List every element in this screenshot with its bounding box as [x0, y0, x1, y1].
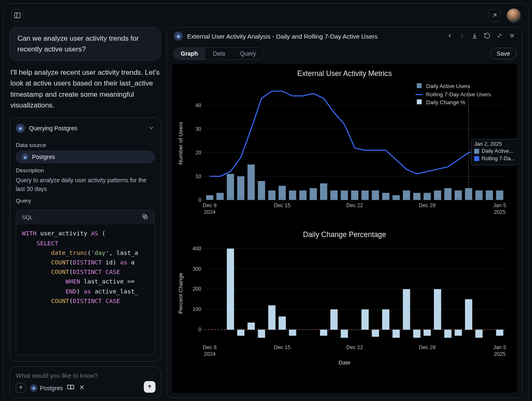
- svg-text:2025: 2025: [494, 351, 505, 357]
- svg-text:0: 0: [198, 327, 201, 333]
- download-icon[interactable]: [471, 32, 478, 40]
- tab-graph[interactable]: Graph: [173, 48, 205, 59]
- sql-code: WITH user_activity AS ( SELECT date_trun…: [16, 225, 154, 355]
- description-label: Description: [16, 167, 155, 174]
- svg-text:0: 0: [198, 197, 201, 203]
- svg-text:40: 40: [195, 103, 201, 108]
- svg-text:Daily Active Users: Daily Active Users: [426, 83, 470, 89]
- svg-rect-116: [496, 330, 503, 336]
- svg-rect-24: [206, 195, 213, 200]
- svg-rect-107: [403, 289, 410, 330]
- svg-text:30: 30: [195, 126, 201, 132]
- close-icon[interactable]: [79, 384, 85, 392]
- svg-text:Dec 15: Dec 15: [274, 203, 291, 208]
- svg-text:Percent Change: Percent Change: [177, 273, 184, 314]
- svg-rect-90: [227, 249, 234, 330]
- svg-rect-66: [417, 99, 422, 104]
- svg-rect-26: [227, 174, 234, 200]
- svg-rect-106: [392, 330, 399, 338]
- svg-rect-114: [475, 330, 483, 338]
- svg-rect-108: [413, 330, 420, 338]
- svg-rect-36: [330, 191, 337, 200]
- postgres-icon: ◉: [16, 124, 25, 133]
- chevron-down-icon[interactable]: [148, 125, 155, 132]
- composer[interactable]: What would you like to know? ◉ Postgres: [10, 367, 161, 398]
- svg-rect-62: [417, 83, 422, 88]
- svg-rect-42: [392, 195, 399, 200]
- svg-text:2024: 2024: [204, 209, 215, 215]
- svg-text:2025: 2025: [494, 209, 505, 215]
- svg-text:200: 200: [192, 286, 201, 292]
- svg-rect-43: [403, 191, 410, 200]
- svg-text:10: 10: [195, 174, 201, 179]
- svg-text:Jan 2, 2025: Jan 2, 2025: [474, 141, 502, 147]
- book-icon[interactable]: [67, 384, 74, 392]
- svg-text:300: 300: [192, 266, 201, 272]
- svg-rect-103: [362, 309, 369, 330]
- svg-text:Daily Change %: Daily Change %: [426, 99, 466, 105]
- svg-rect-50: [475, 191, 483, 200]
- svg-rect-113: [465, 299, 472, 330]
- svg-rect-52: [496, 191, 503, 200]
- send-button[interactable]: [144, 381, 155, 393]
- svg-text:Dec 22: Dec 22: [346, 203, 363, 208]
- save-button[interactable]: Save: [490, 48, 516, 59]
- postgres-icon: ◉: [174, 32, 183, 41]
- svg-rect-93: [258, 330, 265, 338]
- right-panel: ◉ External User Activity Analysis - Dail…: [167, 27, 522, 398]
- datasource-label: Data source: [16, 142, 155, 148]
- svg-text:Date: Date: [339, 359, 351, 366]
- svg-rect-25: [217, 193, 224, 200]
- svg-rect-29: [258, 181, 265, 200]
- query-label: Query: [16, 198, 155, 204]
- svg-rect-46: [434, 191, 441, 200]
- nav-forward-icon[interactable]: [459, 32, 466, 40]
- svg-rect-104: [372, 330, 379, 337]
- svg-rect-51: [486, 191, 493, 200]
- svg-rect-112: [455, 330, 462, 336]
- svg-rect-34: [310, 188, 317, 200]
- svg-rect-92: [248, 323, 255, 330]
- description-text: Query to analyze daily user activity pat…: [16, 176, 155, 193]
- composer-placeholder[interactable]: What would you like to know?: [16, 372, 155, 379]
- tab-query[interactable]: Query: [233, 48, 264, 59]
- svg-rect-40: [372, 191, 379, 200]
- svg-rect-39: [362, 191, 369, 200]
- svg-rect-95: [278, 316, 286, 330]
- svg-rect-44: [413, 193, 420, 200]
- datasource-chip: ◉ Postgres: [16, 151, 155, 163]
- composer-chip[interactable]: ◉ Postgres: [30, 384, 63, 392]
- svg-rect-37: [341, 191, 348, 200]
- svg-text:Dec 8: Dec 8: [203, 203, 217, 208]
- svg-rect-56: [474, 149, 479, 154]
- svg-rect-91: [237, 330, 244, 336]
- svg-rect-27: [237, 176, 244, 200]
- assistant-message: I'll help analyze recent user activity t…: [10, 66, 161, 112]
- svg-text:Rolling 7-Da...: Rolling 7-Da...: [482, 156, 515, 161]
- copy-icon[interactable]: [142, 213, 148, 221]
- sql-lang-label: SQL: [22, 214, 33, 220]
- collapse-icon[interactable]: [496, 32, 503, 40]
- svg-text:400: 400: [192, 246, 201, 252]
- tab-data[interactable]: Data: [205, 48, 233, 59]
- svg-rect-33: [299, 191, 306, 200]
- tool-title: Querying Postgres: [29, 125, 77, 132]
- svg-rect-0: [15, 13, 20, 18]
- svg-rect-105: [382, 309, 389, 330]
- svg-rect-38: [351, 191, 358, 200]
- svg-text:External User Activity Metrics: External User Activity Metrics: [297, 69, 392, 78]
- svg-rect-45: [424, 193, 431, 200]
- svg-text:Jan 5: Jan 5: [493, 203, 506, 208]
- add-icon[interactable]: [16, 383, 26, 393]
- avatar[interactable]: [507, 8, 521, 22]
- close-icon[interactable]: [509, 32, 515, 40]
- svg-text:Jan 5: Jan 5: [493, 345, 506, 350]
- open-external-icon[interactable]: [488, 9, 501, 22]
- svg-text:20: 20: [195, 150, 201, 156]
- tabs: Graph Data Query: [173, 47, 264, 60]
- svg-rect-100: [330, 309, 337, 330]
- svg-text:Dec 29: Dec 29: [419, 203, 436, 208]
- refresh-icon[interactable]: [484, 32, 490, 40]
- nav-back-icon[interactable]: [446, 32, 453, 40]
- sidebar-toggle-icon[interactable]: [11, 9, 24, 22]
